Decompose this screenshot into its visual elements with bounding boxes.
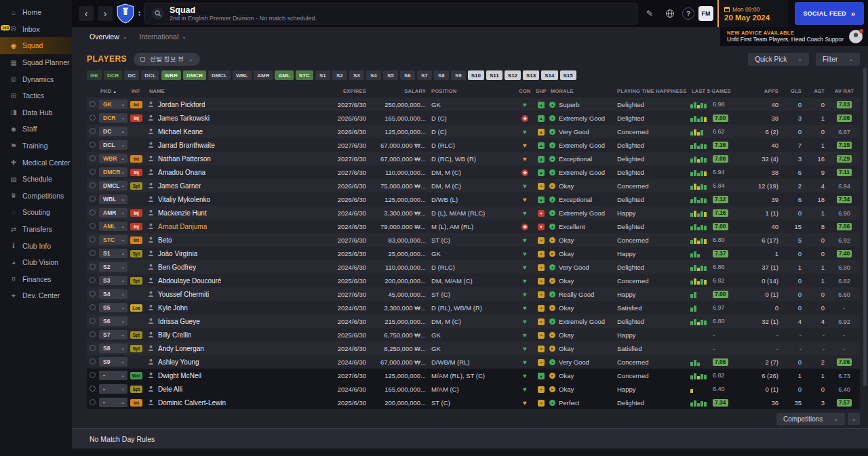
row-select[interactable] — [87, 236, 99, 244]
position-picked-cell[interactable]: DC⌄ — [99, 127, 130, 136]
select-circle[interactable] — [90, 345, 96, 351]
view-selector-button[interactable]: 선발 정보 뷰 ⌄ — [134, 53, 200, 66]
sidebar-item-medical-center[interactable]: ✚Medical Center — [0, 154, 72, 171]
sidebar-item-tactics[interactable]: ⊞Tactics — [0, 87, 72, 104]
sidebar-item-club-vision[interactable]: ◕Club Vision — [0, 254, 72, 271]
player-row[interactable]: -⌄IntDominic Calvert-Lewin2025/6/30200,0… — [87, 396, 860, 409]
col-header-apps[interactable]: APPS — [750, 88, 783, 94]
position-chip-dmcl[interactable]: DMCL — [208, 70, 231, 80]
select-circle[interactable] — [90, 128, 96, 134]
position-chip-s11[interactable]: S11 — [486, 70, 502, 80]
row-select[interactable] — [87, 209, 99, 217]
player-row[interactable]: S1⌄SptJoão Virgínia2025/6/3025,000,000..… — [87, 247, 860, 260]
position-pill[interactable]: DMCR⌄ — [99, 167, 127, 177]
player-name-cell[interactable]: João Virgínia — [148, 250, 328, 257]
position-pill[interactable]: S7⌄ — [99, 330, 127, 339]
player-name[interactable]: Idrissa Gueye — [158, 318, 200, 325]
position-chip-wbl[interactable]: WBL — [233, 70, 252, 80]
select-circle[interactable] — [90, 372, 96, 378]
col-header-shp[interactable]: SHP — [533, 88, 549, 94]
position-picked-cell[interactable]: AML⌄ — [99, 222, 130, 231]
player-row[interactable]: WBR⌄IntNathan Patterson2027/6/3067,000,0… — [87, 152, 860, 165]
position-chip-gk[interactable]: GK — [87, 70, 102, 80]
player-name-cell[interactable]: Amadou Onana — [148, 169, 328, 176]
row-select[interactable] — [87, 115, 99, 122]
player-name-cell[interactable]: Vitaliy Mykolenko — [148, 196, 328, 203]
player-row[interactable]: STC⌄IntBeto2027/6/3083,000,000...ST (C)♥… — [87, 233, 860, 247]
competitions-button[interactable]: Competitions ⌄ — [776, 413, 845, 426]
position-picked-cell[interactable]: S8⌄ — [99, 344, 130, 353]
player-row[interactable]: AMR⌄InjMackenzie Hunt2024/6/303,300,000 … — [87, 206, 860, 220]
position-picked-cell[interactable]: -⌄ — [99, 371, 130, 380]
player-row[interactable]: S5⌄LoaKyle John2024/6/303,300,000 ₩...D … — [87, 301, 860, 314]
position-picked-cell[interactable]: S2⌄ — [99, 262, 130, 272]
player-name-cell[interactable]: Ashley Young — [148, 358, 328, 366]
sidebar-item-finances[interactable]: ¤Finances — [0, 271, 72, 288]
player-name[interactable]: Amadou Onana — [158, 169, 205, 176]
player-name[interactable]: Vitaliy Mykolenko — [158, 196, 210, 203]
row-select[interactable] — [87, 358, 99, 366]
position-pill[interactable]: S5⌄ — [99, 303, 127, 312]
player-row[interactable]: S9⌄Ashley Young2024/6/3067,000,000 ₩...D… — [87, 355, 860, 369]
row-select[interactable] — [87, 264, 99, 271]
position-picked-cell[interactable]: WBR⌄ — [99, 154, 130, 163]
position-pill[interactable]: GK⌄ — [99, 100, 127, 109]
position-chip-s12[interactable]: S12 — [505, 70, 521, 80]
sidebar-item-scouting[interactable]: ◌Scouting — [0, 204, 72, 221]
col-header-happiness[interactable]: PLAYING TIME HAPPINESS — [616, 88, 690, 94]
player-name-cell[interactable]: Kyle John — [148, 304, 328, 312]
player-name-cell[interactable]: Jordan Pickford — [148, 101, 328, 108]
tab-international[interactable]: International ⌄ — [135, 30, 191, 43]
position-chip-dc[interactable]: DC — [124, 70, 139, 80]
player-name-cell[interactable]: Idrissa Gueye — [148, 318, 328, 325]
position-pill[interactable]: DCL⌄ — [99, 140, 127, 150]
select-circle[interactable] — [90, 115, 96, 121]
sidebar-item-training[interactable]: ⚑Training — [0, 138, 72, 154]
player-row[interactable]: DMCR⌄InjAmadou Onana2027/6/30110,000,000… — [87, 165, 860, 179]
position-pill[interactable]: DMCL⌄ — [99, 181, 127, 190]
sidebar-item-dev-center[interactable]: ✦Dev. Center — [0, 287, 72, 304]
position-pill[interactable]: DCR⌄ — [99, 113, 127, 123]
player-name[interactable]: Nathan Patterson — [158, 155, 211, 163]
player-name[interactable]: Michael Keane — [158, 128, 203, 136]
position-chip-s10[interactable]: S10 — [468, 70, 484, 80]
quick-pick-button[interactable]: Quick Pick ⌄ — [748, 53, 809, 66]
player-name-cell[interactable]: James Garner — [148, 182, 328, 190]
position-picked-cell[interactable]: AMR⌄ — [99, 208, 130, 217]
row-select[interactable] — [87, 291, 99, 298]
world-icon[interactable] — [662, 5, 678, 22]
row-select[interactable] — [87, 304, 99, 312]
position-chip-dcl[interactable]: DCL — [141, 70, 159, 80]
position-pill[interactable]: AML⌄ — [99, 222, 127, 231]
player-row[interactable]: S7⌄SptBilly Crellin2025/6/306,750,000 ₩.… — [87, 328, 860, 341]
player-name[interactable]: Mackenzie Hunt — [158, 209, 207, 217]
col-header-morale[interactable]: MORALE — [549, 88, 616, 94]
sidebar-item-squad[interactable]: ◉Squad — [0, 37, 72, 54]
scrollbar[interactable] — [863, 68, 867, 386]
player-name-cell[interactable]: Dele Alli — [148, 386, 328, 393]
row-select[interactable] — [87, 182, 99, 190]
player-name[interactable]: Beto — [158, 236, 172, 244]
player-name[interactable]: Kyle John — [158, 304, 188, 312]
back-button[interactable]: ‹ — [79, 6, 94, 21]
row-select[interactable] — [87, 142, 99, 149]
position-pill[interactable]: S3⌄ — [99, 276, 127, 285]
select-circle[interactable] — [90, 358, 96, 365]
position-chip-s4[interactable]: S4 — [366, 70, 381, 80]
select-circle[interactable] — [90, 331, 96, 337]
player-name-cell[interactable]: Abdoulaye Doucouré — [148, 277, 328, 285]
player-name[interactable]: Youssef Chermiti — [158, 291, 209, 298]
player-name-cell[interactable]: Jarrad Branthwaite — [148, 142, 328, 149]
position-chip-stc[interactable]: STC — [296, 70, 313, 80]
row-select[interactable] — [87, 331, 99, 339]
row-select[interactable] — [87, 155, 99, 163]
position-pill[interactable]: WBL⌄ — [99, 194, 127, 204]
row-select[interactable] — [87, 277, 99, 285]
row-select[interactable] — [87, 101, 99, 108]
player-row[interactable]: DC⌄Michael Keane2026/6/30125,000,000...D… — [87, 125, 860, 138]
col-header-ast[interactable]: AST — [806, 88, 829, 94]
player-name-cell[interactable]: Beto — [148, 236, 328, 244]
select-circle[interactable] — [90, 101, 96, 107]
position-picked-cell[interactable]: STC⌄ — [99, 235, 130, 245]
select-circle[interactable] — [90, 386, 96, 392]
